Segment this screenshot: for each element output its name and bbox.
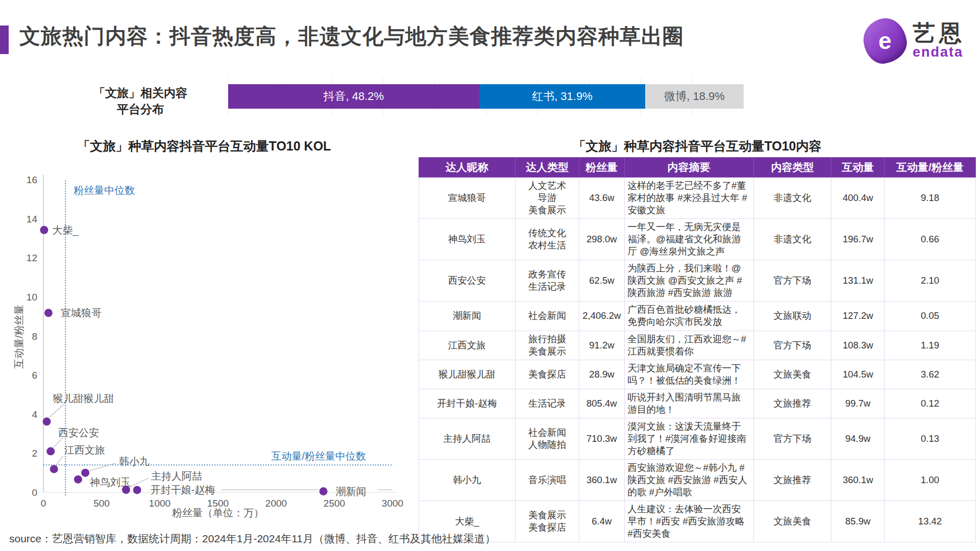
table-header-row: 达人昵称达人类型粉丝量内容摘要内容类型互动量互动量/粉丝量 <box>419 158 976 178</box>
table-cell: 131.1w <box>831 260 885 302</box>
svg-text:1000: 1000 <box>149 498 170 509</box>
table-cell: 85.9w <box>831 501 885 542</box>
table-cell: 社会新闻 人物随拍 <box>515 418 579 459</box>
scatter-point <box>122 486 130 494</box>
table-cell: 宣城狼哥 <box>419 178 516 219</box>
source-note: source：艺恩营销智库，数据统计周期：2024年1月-2024年11月（微博… <box>9 532 496 546</box>
table-cell: 62.5w <box>579 260 624 302</box>
scatter-point <box>320 487 328 495</box>
table-cell: 韩小九 <box>419 459 516 500</box>
table-cell: 28.9w <box>579 360 624 389</box>
report-slide: 文旅热门内容：抖音热度高，非遗文化与地方美食推荐类内容种草出圈 e 艺恩 end… <box>0 0 980 551</box>
scatter-chart-title: 「文旅」种草内容抖音平台互动量TO10 KOL <box>14 138 394 155</box>
scatter-point-label: 潮新闻 <box>336 486 366 497</box>
platform-segment-红书: 红书, 31.9% <box>479 84 645 109</box>
svg-text:2000: 2000 <box>265 498 287 509</box>
table-cell: 1.19 <box>885 331 976 360</box>
table-cell: 13.42 <box>885 501 976 542</box>
table-cell: 2,406.2w <box>579 302 624 331</box>
table-cell: 文旅推荐 <box>753 389 831 418</box>
table-cell: 360.1w <box>579 459 624 500</box>
table-column-header: 互动量 <box>831 158 885 178</box>
scatter-point <box>74 475 82 484</box>
table-cell: 9.18 <box>885 178 976 219</box>
svg-text:8: 8 <box>32 331 37 342</box>
table-cell: 43.6w <box>579 178 624 219</box>
svg-text:6: 6 <box>32 370 37 381</box>
scatter-point-label: 江西文旅 <box>64 444 105 456</box>
table-cell: 0.66 <box>885 219 976 260</box>
scatter-point-label: 韩小九 <box>119 456 150 467</box>
svg-text:500: 500 <box>93 498 110 509</box>
title-accent-bar <box>0 26 9 54</box>
endata-logo-icon: e <box>861 16 909 66</box>
table-cell: 6.4w <box>579 501 624 542</box>
table-row: 江西文旅旅行拍摄 美食展示91.2w全国朋友们，江西欢迎您～#江西就要惯着你官方… <box>419 331 976 360</box>
platform-distribution-bar: 抖音, 48.2%红书, 31.9%微博, 18.9% <box>228 84 744 109</box>
table-row: 韩小九音乐演唱360.1w西安旅游欢迎您～#韩小九 #陕西文旅 #西安旅游 #西… <box>419 459 976 500</box>
table-column-header: 达人昵称 <box>419 158 516 178</box>
table-cell: 非遗文化 <box>753 219 831 260</box>
table-column-header: 互动量/粉丝量 <box>885 158 976 178</box>
table-cell: 全国朋友们，江西欢迎您～#江西就要惯着你 <box>624 331 753 360</box>
scatter-point-label: 开封干娘-赵梅 <box>151 484 215 495</box>
table-cell: 805.4w <box>579 389 624 418</box>
table-cell: 开封干娘-赵梅 <box>419 389 516 418</box>
endata-logo-glyph: e <box>878 27 892 55</box>
scatter-point-label: 主持人阿喆 <box>151 470 202 482</box>
scatter-point-label: 神鸟刘玉 <box>90 477 131 488</box>
table-cell: 360.1w <box>831 459 885 500</box>
kol-scatter-chart: 0246810121416050010001500200025003000粉丝量… <box>14 168 407 525</box>
table-cell: 298.0w <box>579 219 624 260</box>
table-row: 神鸟刘玉传统文化 农村生活298.0w一年又一年，无病无灾便是福泽。@福建省文化… <box>419 219 976 260</box>
table-column-header: 粉丝量 <box>579 158 624 178</box>
table-cell: 0.12 <box>885 389 976 418</box>
top10-content-table: 达人昵称达人类型粉丝量内容摘要内容类型互动量互动量/粉丝量 宣城狼哥人文艺术 导… <box>419 157 976 542</box>
table-cell: 非遗文化 <box>753 178 831 219</box>
table-cell: 西安旅游欢迎您～#韩小九 #陕西文旅 #西安旅游 #西安人的歌 #户外唱歌 <box>624 459 753 500</box>
scatter-point-label: 大柴_ <box>52 224 79 236</box>
svg-text:4: 4 <box>32 409 37 420</box>
table-cell: 潮新闻 <box>419 302 516 331</box>
table-row: 大柴_美食展示 美食探店6.4w人生建议：去体验一次西安早市！#西安 #西安旅游… <box>419 501 976 542</box>
table-row: 猴儿甜猴儿甜美食探店28.9w天津文旅局确定不宣传一下吗？！被低估的美食绿洲！文… <box>419 360 976 389</box>
table-cell: 这样的老手艺已经不多了#董家村的故事 #来泾县过大年 #安徽文旅 <box>624 178 753 219</box>
table-cell: 1.00 <box>885 459 976 500</box>
scatter-point <box>43 417 51 425</box>
table-cell: 2.10 <box>885 260 976 302</box>
endata-logo-en: endata <box>913 44 966 60</box>
table-cell: 104.5w <box>831 360 885 389</box>
table-column-header: 达人类型 <box>515 158 579 178</box>
table-cell: 127.2w <box>831 302 885 331</box>
scatter-point-label: 宣城狼哥 <box>61 307 102 318</box>
table-row: 潮新闻社会新闻2,406.2w广西百色首批砂糖橘抵达，免费向哈尔滨市民发放文旅联… <box>419 302 976 331</box>
platform-bar-label: 「文旅」相关内容 平台分布 <box>77 85 204 117</box>
table-cell: 94.9w <box>831 418 885 459</box>
table-cell: 为陕西上分，我们来啦！@陕西文旅 @西安文旅之声 #陕西旅游 #西安旅游 旅游 <box>624 260 753 302</box>
table-cell: 文旅推荐 <box>753 459 831 500</box>
table-cell: 196.7w <box>831 219 885 260</box>
table-row: 西安公安政务宣传 生活记录62.5w为陕西上分，我们来啦！@陕西文旅 @西安文旅… <box>419 260 976 302</box>
scatter-point <box>40 226 48 234</box>
svg-text:0: 0 <box>32 487 37 498</box>
svg-text:3000: 3000 <box>382 498 403 509</box>
table-cell: 江西文旅 <box>419 331 516 360</box>
table-cell: 音乐演唱 <box>515 459 579 500</box>
scatter-point <box>50 465 58 473</box>
svg-text:10: 10 <box>27 292 37 303</box>
scatter-point-label: 西安公安 <box>58 427 99 438</box>
table-cell: 文旅美食 <box>753 360 831 389</box>
table-cell: 西安公安 <box>419 260 516 302</box>
table-cell: 官方下场 <box>753 260 831 302</box>
svg-text:2500: 2500 <box>324 498 345 509</box>
median-x-label: 粉丝量中位数 <box>74 185 135 196</box>
scatter-point <box>44 309 53 317</box>
table-cell: 710.3w <box>579 418 624 459</box>
table-cell: 漠河文旅：这泼天流量终于到我了！#漠河准备好迎接南方砂糖橘了 <box>624 418 753 459</box>
scatter-point <box>46 447 55 456</box>
table-cell: 官方下场 <box>753 418 831 459</box>
table-cell: 神鸟刘玉 <box>419 219 516 260</box>
y-axis-title: 互动量/粉丝量 <box>14 305 24 369</box>
x-axis-title: 粉丝量（单位：万） <box>172 507 264 518</box>
svg-text:0: 0 <box>41 498 46 509</box>
